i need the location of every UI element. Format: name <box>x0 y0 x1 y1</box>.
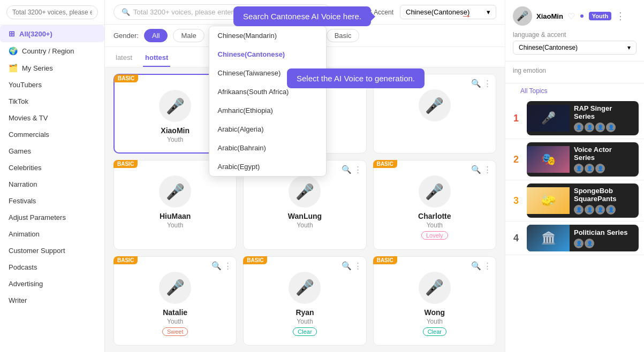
series-item-2[interactable]: 2 🎭 Voice Actor Series 👤 👤 👤 <box>505 139 644 180</box>
search-voice-icon[interactable]: 🔍 <box>342 261 352 271</box>
sidebar-item-label: Movies & TV <box>9 114 48 122</box>
voice-type: Youth <box>167 136 183 143</box>
sidebar-item-podcasts[interactable]: Podcasts <box>0 259 104 276</box>
more-options-icon[interactable]: ⋮ <box>354 261 362 271</box>
gender-male-button[interactable]: Male <box>173 29 204 42</box>
voice-card-charlotte[interactable]: BASIC 🔍 ⋮ 🎤 Charlotte Youth Lovely <box>373 160 496 249</box>
badge-basic: BASIC <box>243 256 267 264</box>
search-voice-icon[interactable]: 🔍 <box>211 261 222 271</box>
more-options-icon[interactable]: ⋮ <box>224 261 232 271</box>
search-voice-icon[interactable]: 🔍 <box>471 79 481 88</box>
sidebar-item-commercials[interactable]: Commercials <box>0 126 104 143</box>
voice-card-ryan[interactable]: BASIC 🔍 ⋮ 🎤 Ryan Youth Clear <box>243 256 366 346</box>
voice-name: Wong <box>425 308 445 317</box>
sidebar-item-myseries[interactable]: 🗂️ My Series <box>0 59 104 76</box>
sidebar-item-animation[interactable]: Animation <box>0 226 104 242</box>
voice-avatar: 🎤 <box>159 175 191 208</box>
sidebar-item-celebrities[interactable]: Celebrities <box>0 159 104 176</box>
gender-all-button[interactable]: All <box>144 29 168 42</box>
dropdown-item-arabic-algeria[interactable]: Arabic(Algeria) <box>209 120 326 139</box>
card-actions: 🔍 ⋮ <box>211 261 232 271</box>
dropdown-item-arabic-bahrain[interactable]: Arabic(Bahrain) <box>209 139 326 157</box>
badge-basic: BASIC <box>373 160 397 168</box>
series-avatar: 👤 <box>595 164 605 173</box>
voice-name: Charlotte <box>418 212 451 220</box>
sidebar-item-youtubers[interactable]: YouTubers <box>0 76 104 93</box>
sidebar-item-festivals[interactable]: Festivals <box>0 193 104 209</box>
sidebar-search-input[interactable] <box>6 5 98 19</box>
sidebar-item-advertising[interactable]: Advertising <box>0 276 104 292</box>
series-item-3[interactable]: 3 🧽 SpongeBob SquarePants 👤 👤 👤 👤 <box>505 180 644 221</box>
voice-name: HiuMaan <box>160 212 191 220</box>
language-accent-dropdown[interactable]: Chinese(Cantonese) ▾ <box>400 5 496 19</box>
sidebar-item-adjust[interactable]: Adjust Parameters <box>0 209 104 226</box>
sidebar-item-all[interactable]: ⊞ All(3200+) <box>0 25 104 42</box>
tab-latest[interactable]: latest <box>113 49 134 67</box>
search-voice-icon[interactable]: 🔍 <box>471 261 481 271</box>
bubble-select-tooltip: Select the AI Voice to generation. <box>287 68 425 88</box>
series-rank-2: 2 <box>511 154 521 165</box>
voice-type: Youth <box>297 318 313 325</box>
sidebar-item-writer[interactable]: Writer <box>0 292 104 309</box>
sidebar-item-tiktok[interactable]: TikTok <box>0 93 104 110</box>
sidebar-item-support[interactable]: Customer Support <box>0 242 104 259</box>
language-dropdown-menu: Chinese(Mandarin) Chinese(Cantonese) Chi… <box>209 26 327 177</box>
sidebar-item-label: Animation <box>9 230 40 238</box>
series-title-rap: RAP Singer Series <box>574 104 634 120</box>
series-rank-1: 1 <box>511 113 521 124</box>
series-rank-3: 3 <box>511 195 521 206</box>
right-panel-lang-value: Chinese(Cantonese) <box>519 44 578 51</box>
right-panel-lang-dropdown[interactable]: Chinese(Cantonese) ▾ <box>513 41 637 55</box>
series-thumb-politician: 🏛️ <box>527 225 570 251</box>
series-avatar: 👤 <box>585 123 594 132</box>
series-avatar: 👤 <box>585 205 594 215</box>
sidebar-item-movies[interactable]: Movies & TV <box>0 110 104 126</box>
dropdown-item-arabic-egypt[interactable]: Arabic(Egypt) <box>209 157 326 176</box>
voice-card-natalie[interactable]: BASIC 🔍 ⋮ 🎤 Natalie Youth Sweet <box>113 256 237 346</box>
all-topics-button[interactable]: All Topics <box>513 84 555 98</box>
more-options-icon[interactable]: ⋮ <box>483 165 491 174</box>
voice-card-wong[interactable]: BASIC 🔍 ⋮ 🎤 Wong Youth Clear <box>373 256 496 346</box>
heart-icon[interactable]: ♡ <box>567 11 575 21</box>
card-actions: 🔍 ⋮ <box>342 261 362 271</box>
tier-basic-button[interactable]: Basic <box>327 29 360 42</box>
dropdown-item-mandarin[interactable]: Chinese(Mandarin) <box>209 26 326 45</box>
series-avatar: 👤 <box>595 205 605 215</box>
search-voice-icon[interactable]: 🔍 <box>342 165 352 174</box>
more-options-icon[interactable]: ⋮ <box>354 165 362 174</box>
emotion-section: ing emotion <box>505 62 644 83</box>
sidebar-item-label: Commercials <box>9 131 49 139</box>
dropdown-item-amharic[interactable]: Amharic(Ethiopia) <box>209 101 326 120</box>
card-actions: 🔍 ⋮ <box>471 79 491 88</box>
sidebar-item-label: Celebrities <box>9 164 41 172</box>
grid-icon: ⊞ <box>9 29 15 38</box>
series-thumb-rap: 🎤 <box>527 105 570 132</box>
more-options-icon[interactable]: ⋮ <box>616 10 625 22</box>
chevron-down-icon: ▾ <box>487 8 490 16</box>
gender-filter-label: Gender: <box>113 32 139 40</box>
sidebar-item-narration[interactable]: Narration <box>0 176 104 193</box>
series-item-4[interactable]: 4 🏛️ Politician Series 👤 👤 <box>505 221 644 255</box>
series-item-1[interactable]: 1 🎤 RAP Singer Series 👤 👤 👤 👤 <box>505 98 644 139</box>
sidebar-item-country[interactable]: 🌍 Country / Region <box>0 42 104 59</box>
voice-avatar: 🎤 <box>159 90 191 122</box>
sidebar-item-label: YouTubers <box>9 81 42 89</box>
series-avatars-sponge: 👤 👤 👤 👤 <box>574 205 634 215</box>
voice-type: Youth <box>427 318 443 325</box>
voice-type: Youth <box>167 221 183 229</box>
more-options-icon[interactable]: ⋮ <box>483 261 491 271</box>
series-avatar: 👤 <box>585 239 594 248</box>
voice-avatar: 🎤 <box>289 175 321 208</box>
tab-hottest[interactable]: hottest <box>143 49 170 67</box>
voice-name: XiaoMin <box>161 126 190 135</box>
sidebar-item-label: Podcasts <box>9 263 37 271</box>
bubble-search-tooltip: Search Cantonese AI Voice here. <box>233 6 371 26</box>
series-avatar: 👤 <box>574 205 584 215</box>
series-avatar: 👤 <box>606 123 616 132</box>
dropdown-item-cantonese[interactable]: Chinese(Cantonese) <box>209 45 326 64</box>
search-voice-icon[interactable]: 🔍 <box>471 165 481 174</box>
main-content: 🔍 Total 3200+ voices, please enter the n… <box>105 0 505 352</box>
more-options-icon[interactable]: ⋮ <box>483 79 491 88</box>
sidebar-item-games[interactable]: Games <box>0 143 104 159</box>
arrow-icon: → <box>461 10 472 22</box>
